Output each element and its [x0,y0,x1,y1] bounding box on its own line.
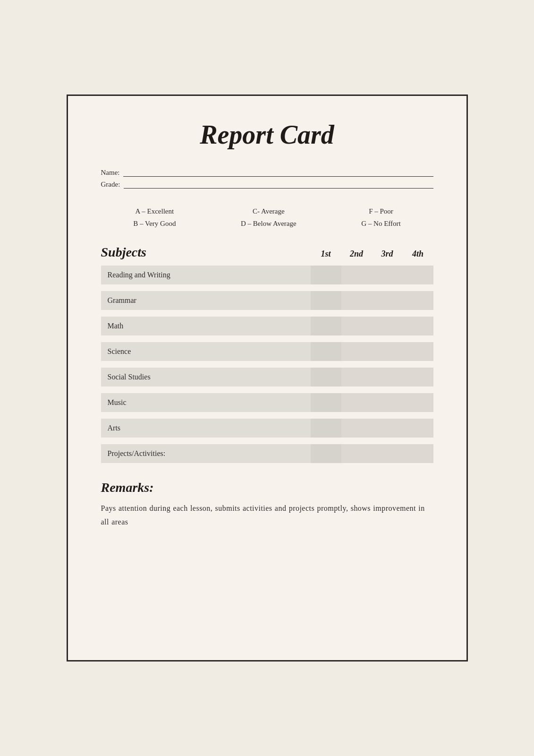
grade-box [403,317,433,335]
name-line [123,175,433,177]
grade-box [341,266,372,284]
grade-box [403,368,433,387]
col-header-4th: 4th [403,249,433,259]
grade-boxes [311,317,433,335]
legend-c: C- Average [241,206,297,218]
subject-name: Social Studies [101,368,311,387]
grade-box [372,444,403,463]
legend-d: D – Below Average [241,218,297,230]
grade-box [311,291,341,310]
grade-box [311,419,341,438]
grade-box [403,342,433,361]
grade-box [341,368,372,387]
grade-box [372,393,403,412]
grade-box [372,368,403,387]
grade-box [403,393,433,412]
remarks-text: Pays attention during each lesson, submi… [101,502,433,529]
grade-box [372,266,403,284]
grade-boxes [311,291,433,310]
subject-row: Projects/Activities: [101,444,433,463]
subject-row: Math [101,317,433,335]
grade-line [124,187,433,189]
grade-boxes [311,368,433,387]
grade-box [372,342,403,361]
subjects-list: Reading and WritingGrammarMathScienceSoc… [101,266,433,463]
grade-box [341,342,372,361]
grade-box [372,291,403,310]
subject-row: Arts [101,419,433,438]
grade-column-headers: 1st 2nd 3rd 4th [311,249,433,259]
grade-boxes [311,393,433,412]
subject-row: Reading and Writing [101,266,433,284]
grade-boxes [311,342,433,361]
col-header-3rd: 3rd [372,249,403,259]
grade-box [341,444,372,463]
subject-name: Music [101,393,311,412]
legend-col-3: F – Poor G – No Effort [361,206,400,230]
legend-col-2: C- Average D – Below Average [241,206,297,230]
subject-name: Grammar [101,291,311,310]
grade-box [403,291,433,310]
grade-box [403,419,433,438]
subject-name: Math [101,317,311,335]
remarks-section: Remarks: Pays attention during each less… [101,480,433,529]
grade-label: Grade: [101,180,120,189]
subject-row: Social Studies [101,368,433,387]
subject-row: Grammar [101,291,433,310]
legend-a: A – Excellent [133,206,176,218]
col-header-2nd: 2nd [341,249,372,259]
page-title: Report Card [101,120,433,150]
grade-box [311,342,341,361]
subject-name: Science [101,342,311,361]
grade-box [372,419,403,438]
subject-name: Reading and Writing [101,266,311,284]
grade-box [341,291,372,310]
subject-row: Music [101,393,433,412]
grade-boxes [311,419,433,438]
name-label: Name: [101,169,120,177]
legend-g: G – No Effort [361,218,400,230]
grade-boxes [311,444,433,463]
col-header-1st: 1st [311,249,341,259]
legend-col-1: A – Excellent B – Very Good [133,206,176,230]
subject-name: Projects/Activities: [101,444,311,463]
grade-field-row: Grade: [101,180,433,189]
grade-box [341,419,372,438]
grade-box [403,266,433,284]
grade-box [403,444,433,463]
grade-box [311,266,341,284]
legend-f: F – Poor [361,206,400,218]
grade-box [372,317,403,335]
report-card-page: Report Card Name: Grade: A – Excellent B… [67,94,468,662]
grade-box [341,393,372,412]
grade-box [311,393,341,412]
subject-row: Science [101,342,433,361]
grade-box [341,317,372,335]
grade-box [311,368,341,387]
remarks-heading: Remarks: [101,480,433,495]
subject-name: Arts [101,419,311,438]
grade-box [311,317,341,335]
legend-b: B – Very Good [133,218,176,230]
name-field-row: Name: [101,169,433,177]
grade-legend: A – Excellent B – Very Good C- Average D… [101,206,433,230]
grade-box [311,444,341,463]
subjects-heading: Subjects [101,245,311,260]
subjects-header: Subjects 1st 2nd 3rd 4th [101,245,433,260]
grade-boxes [311,266,433,284]
